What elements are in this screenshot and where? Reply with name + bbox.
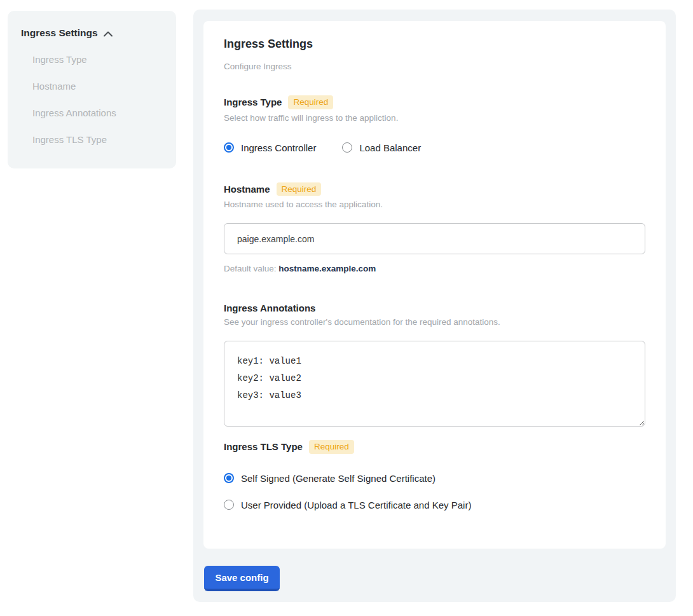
hostname-input[interactable]	[224, 223, 645, 254]
radio-selected-icon	[224, 473, 234, 483]
section-ingress-type: Ingress Type Required Select how traffic…	[224, 95, 645, 153]
required-badge: Required	[288, 95, 333, 109]
ingress-annotations-textarea[interactable]: key1: value1 key2: value2 key3: value3	[224, 341, 645, 427]
page-title: Ingress Settings	[224, 38, 645, 51]
radio-unselected-icon	[342, 142, 352, 153]
ingress-tls-type-label: Ingress TLS Type	[224, 441, 303, 452]
required-badge: Required	[277, 182, 322, 196]
save-config-button[interactable]: Save config	[204, 566, 280, 591]
sidebar-item-ingress-annotations[interactable]: Ingress Annotations	[32, 107, 163, 118]
config-panel: Ingress Settings Configure Ingress Ingre…	[193, 10, 676, 602]
radio-load-balancer[interactable]: Load Balancer	[342, 142, 421, 153]
sidebar-group-ingress-settings[interactable]: Ingress Settings	[21, 27, 163, 39]
default-value-text: hostname.example.com	[278, 264, 376, 273]
sidebar-item-ingress-tls-type[interactable]: Ingress TLS Type	[32, 134, 163, 145]
ingress-type-radio-group: Ingress Controller Load Balancer	[224, 142, 645, 153]
hostname-description: Hostname used to access the application.	[224, 200, 645, 209]
ingress-annotations-description: See your ingress controller's documentat…	[224, 317, 645, 327]
required-badge: Required	[309, 440, 354, 454]
chevron-up-icon	[103, 31, 113, 38]
radio-load-balancer-label: Load Balancer	[359, 142, 421, 153]
section-ingress-tls-type: Ingress TLS Type Required Self Signed (G…	[224, 440, 645, 510]
sidebar-group-label: Ingress Settings	[21, 27, 98, 39]
ingress-type-label: Ingress Type	[224, 97, 282, 107]
radio-user-provided[interactable]: User Provided (Upload a TLS Certificate …	[224, 500, 645, 510]
radio-ingress-controller[interactable]: Ingress Controller	[224, 142, 316, 153]
ingress-type-description: Select how traffic will ingress to the a…	[224, 113, 645, 123]
radio-self-signed-label: Self Signed (Generate Self Signed Certif…	[241, 473, 436, 484]
page-subtitle: Configure Ingress	[224, 62, 645, 71]
hostname-label: Hostname	[224, 184, 270, 195]
sidebar-item-list: Ingress Type Hostname Ingress Annotation…	[21, 54, 163, 145]
section-ingress-annotations: Ingress Annotations See your ingress con…	[224, 303, 645, 427]
sidebar-item-hostname[interactable]: Hostname	[32, 81, 163, 92]
default-value-prefix: Default value:	[224, 264, 278, 273]
ingress-annotations-label: Ingress Annotations	[224, 303, 315, 313]
sidebar-item-ingress-type[interactable]: Ingress Type	[32, 54, 163, 65]
radio-self-signed[interactable]: Self Signed (Generate Self Signed Certif…	[224, 473, 645, 484]
radio-user-provided-label: User Provided (Upload a TLS Certificate …	[241, 500, 471, 510]
section-hostname: Hostname Required Hostname used to acces…	[224, 182, 645, 274]
settings-sidebar: Ingress Settings Ingress Type Hostname I…	[8, 11, 176, 168]
hostname-default-line: Default value: hostname.example.com	[224, 264, 645, 273]
radio-unselected-icon	[224, 500, 234, 510]
radio-selected-icon	[224, 142, 234, 153]
ingress-settings-card: Ingress Settings Configure Ingress Ingre…	[203, 21, 666, 549]
radio-ingress-controller-label: Ingress Controller	[241, 142, 316, 153]
